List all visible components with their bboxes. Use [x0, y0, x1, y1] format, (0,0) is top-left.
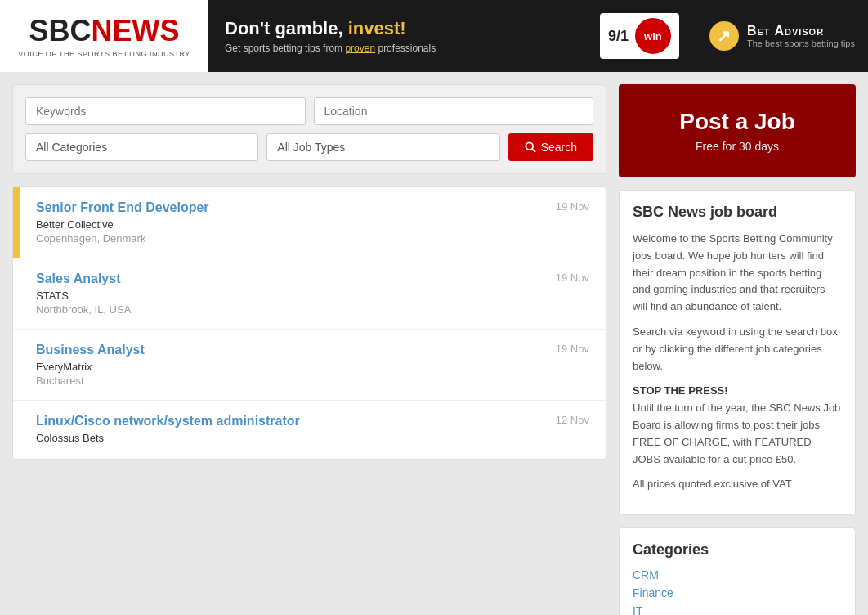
ad-banner: Don't gamble, invest! Get sports betting… [208, 0, 696, 72]
table-row: Business Analyst EveryMatrix Bucharest 1… [13, 330, 606, 401]
job-date: 19 Nov [556, 330, 606, 400]
main-content: All CategoriesCRMFinanceITMarketingSales… [0, 72, 868, 615]
stop-press: STOP THE PRESS! Until the turn of the ye… [633, 383, 842, 468]
job-location: Northbrook, IL, USA [36, 303, 539, 316]
job-board-info: SBC News job board Welcome to the Sports… [619, 190, 856, 515]
vat-note: All prices quoted exclusive of VAT [633, 476, 842, 493]
search-button-label: Search [541, 141, 577, 154]
logo-news: NEWS [92, 14, 180, 47]
keywords-input[interactable] [25, 97, 306, 125]
search-button[interactable]: Search [508, 133, 593, 161]
job-company: EveryMatrix [36, 361, 539, 373]
job-list: Senior Front End Developer Better Collec… [12, 186, 606, 460]
table-row: Senior Front End Developer Better Collec… [13, 187, 606, 258]
logo: SBCNEWS [29, 14, 179, 48]
job-title-link[interactable]: Business Analyst [36, 343, 145, 357]
category-crm[interactable]: CRM [633, 568, 842, 581]
advisor-block: ↗ Bet Advisor The best sports betting ti… [696, 0, 868, 72]
category-select[interactable]: All CategoriesCRMFinanceITMarketingSales [25, 133, 258, 161]
badge-win: win [635, 18, 671, 54]
job-content: Sales Analyst STATS Northbrook, IL, USA [20, 258, 556, 329]
svg-line-1 [532, 149, 535, 152]
post-job-title: Post a Job [635, 109, 839, 135]
ad-headline-accent: invest! [348, 18, 406, 38]
svg-point-0 [526, 142, 533, 150]
no-accent [13, 401, 20, 459]
job-content: Linux/Cisco network/system administrator… [20, 401, 556, 459]
job-date: 19 Nov [556, 187, 606, 258]
job-board-p2: Search via keyword in using the search b… [633, 324, 842, 375]
job-content: Business Analyst EveryMatrix Bucharest [20, 330, 556, 400]
job-location: Bucharest [36, 375, 539, 387]
job-board-p1: Welcome to the Sports Betting Community … [633, 231, 842, 316]
search-box: All CategoriesCRMFinanceITMarketingSales… [12, 84, 606, 174]
advisor-text: Bet Advisor The best sports betting tips [747, 24, 855, 48]
job-date: 12 Nov [556, 401, 606, 459]
no-accent [13, 330, 20, 400]
featured-accent [13, 187, 20, 258]
job-content: Senior Front End Developer Better Collec… [20, 187, 556, 258]
job-title-link[interactable]: Sales Analyst [36, 272, 120, 285]
no-accent [13, 258, 20, 329]
advisor-sub: The best sports betting tips [747, 38, 855, 48]
job-company: STATS [36, 290, 539, 302]
job-location: Copenhagen, Denmark [36, 232, 539, 245]
left-column: All CategoriesCRMFinanceITMarketingSales… [12, 84, 606, 615]
ad-sub: Get sports betting tips from proven prof… [225, 43, 584, 54]
ad-badge: 9/1 win [600, 13, 679, 59]
ad-text-block: Don't gamble, invest! Get sports betting… [225, 18, 584, 54]
logo-area: SBCNEWS Voice of the Sports Betting Indu… [0, 0, 208, 72]
ad-headline-plain: Don't gamble, [225, 18, 343, 38]
logo-sbc: SBC [29, 14, 91, 47]
categories-section: Categories CRM Finance IT [619, 527, 856, 615]
categories-title: Categories [633, 541, 842, 559]
location-input[interactable] [314, 97, 594, 125]
search-row-2: All CategoriesCRMFinanceITMarketingSales… [25, 133, 593, 161]
job-company: Better Collective [36, 218, 539, 231]
job-title-link[interactable]: Senior Front End Developer [36, 200, 209, 214]
header: SBCNEWS Voice of the Sports Betting Indu… [0, 0, 868, 72]
job-type-select[interactable]: All Job TypesFull TimePart TimeContractF… [266, 133, 499, 161]
search-icon [525, 141, 536, 153]
job-board-title: SBC News job board [633, 204, 842, 221]
stop-label: STOP THE PRESS! [633, 384, 728, 397]
job-company: Colossus Bets [36, 432, 539, 444]
job-date: 19 Nov [556, 258, 606, 329]
job-title-link[interactable]: Linux/Cisco network/system administrator [36, 414, 300, 428]
advisor-icon: ↗ [709, 21, 739, 51]
advisor-title: Bet Advisor [747, 24, 855, 38]
search-row-1 [25, 97, 593, 125]
logo-tagline: Voice of the Sports Betting Industry [18, 50, 190, 58]
category-it[interactable]: IT [633, 604, 842, 615]
table-row: Linux/Cisco network/system administrator… [13, 401, 606, 459]
right-column: Post a Job Free for 30 days SBC News job… [619, 84, 856, 615]
table-row: Sales Analyst STATS Northbrook, IL, USA … [13, 258, 606, 330]
category-finance[interactable]: Finance [633, 586, 842, 599]
badge-odds: 9/1 [608, 28, 629, 45]
stop-body: Until the turn of the year, the SBC News… [633, 402, 840, 465]
ad-headline: Don't gamble, invest! [225, 18, 584, 39]
post-job-button[interactable]: Post a Job Free for 30 days [619, 84, 856, 177]
post-job-sub: Free for 30 days [635, 140, 839, 153]
